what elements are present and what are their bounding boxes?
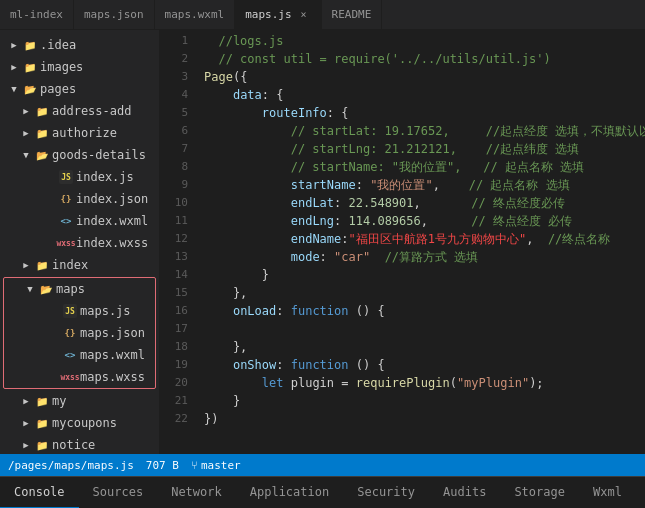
sidebar-item-maps-wxml[interactable]: ▶ <> maps.wxml <box>4 344 155 366</box>
folder-open-icon: 📂 <box>39 282 53 296</box>
git-branch-status: ⑂ master <box>191 459 241 472</box>
sidebar-item-maps-wxss[interactable]: ▶ wxss maps.wxss <box>4 366 155 388</box>
code-line-12: endName:"福田区中航路1号九方购物中心", //终点名称 <box>204 230 645 248</box>
sidebar-item-my[interactable]: ▶ 📁 my <box>0 390 159 412</box>
devtools-tab-wxml[interactable]: Wxml <box>579 477 636 509</box>
devtools-tab-application[interactable]: Application <box>236 477 343 509</box>
sidebar-item-label: maps.json <box>80 326 145 340</box>
devtools-tab-label: Security <box>357 485 415 499</box>
folder-open-icon: 📂 <box>35 148 49 162</box>
code-area: 1 2 3 4 5 6 7 8 9 10 11 12 13 14 15 16 1… <box>160 30 645 454</box>
xml-file-icon: <> <box>59 214 73 228</box>
collapse-icon: ▶ <box>20 127 32 139</box>
file-path-status: /pages/maps/maps.js <box>8 459 134 472</box>
folder-icon: 📁 <box>35 104 49 118</box>
code-line-10: endLat: 22.548901, // 终点经度必传 <box>204 194 645 212</box>
devtools-tab-security[interactable]: Security <box>343 477 429 509</box>
tab-maps-json[interactable]: maps.json <box>74 0 155 30</box>
code-line-13: mode: "car" //算路方式 选填 <box>204 248 645 266</box>
code-line-17 <box>204 320 645 338</box>
tab-label: README <box>332 8 372 21</box>
sidebar-item-maps-js[interactable]: ▶ JS maps.js <box>4 300 155 322</box>
file-size-status: 707 B <box>146 459 179 472</box>
sidebar-item-label: pages <box>40 82 76 96</box>
sidebar-item-notice[interactable]: ▶ 📁 notice <box>0 434 159 454</box>
code-line-16: onLoad: function () { <box>204 302 645 320</box>
code-line-4: data: { <box>204 86 645 104</box>
status-bar: /pages/maps/maps.js 707 B ⑂ master <box>0 454 645 476</box>
collapse-icon: ▼ <box>24 283 36 295</box>
sidebar-item-index[interactable]: ▶ 📁 index <box>0 254 159 276</box>
sidebar-item-label: index.wxml <box>76 214 148 228</box>
sidebar-item-images[interactable]: ▶ 📁 images <box>0 56 159 78</box>
sidebar-item-label: maps.js <box>80 304 131 318</box>
code-line-20: let plugin = requirePlugin("myPlugin"); <box>204 374 645 392</box>
close-tab-button[interactable]: × <box>297 8 311 22</box>
tab-ml-index[interactable]: ml-index <box>0 0 74 30</box>
devtools-tab-storage[interactable]: Storage <box>500 477 579 509</box>
collapse-icon: ▶ <box>20 259 32 271</box>
code-line-8: // startName: "我的位置", // 起点名称 选填 <box>204 158 645 176</box>
sidebar-item-label: address-add <box>52 104 131 118</box>
devtools-bar: Console Sources Network Application Secu… <box>0 476 645 508</box>
folder-icon: 📁 <box>35 394 49 408</box>
tab-maps-wxml[interactable]: maps.wxml <box>155 0 236 30</box>
sidebar-item-gd-index-wxss[interactable]: ▶ wxss index.wxss <box>0 232 159 254</box>
devtools-tab-audits[interactable]: Audits <box>429 477 500 509</box>
code-line-22: }) <box>204 410 645 428</box>
collapse-icon: ▼ <box>20 149 32 161</box>
code-line-2: // const util = require('../../utils/uti… <box>204 50 645 68</box>
sidebar-item-gd-index-js[interactable]: ▶ JS index.js <box>0 166 159 188</box>
sidebar-item-maps[interactable]: ▼ 📂 maps <box>4 278 155 300</box>
code-line-1: //logs.js <box>204 32 645 50</box>
sidebar-item-label: goods-details <box>52 148 146 162</box>
devtools-tab-sources[interactable]: Sources <box>79 477 158 509</box>
sidebar-item-label: index.wxss <box>76 236 148 250</box>
devtools-tab-console[interactable]: Console <box>0 477 79 509</box>
line-numbers: 1 2 3 4 5 6 7 8 9 10 11 12 13 14 15 16 1… <box>160 30 196 454</box>
code-editor[interactable]: 1 2 3 4 5 6 7 8 9 10 11 12 13 14 15 16 1… <box>160 30 645 454</box>
sidebar-item-label: .idea <box>40 38 76 52</box>
xml-file-icon: <> <box>63 348 77 362</box>
folder-open-icon: 📂 <box>23 82 37 96</box>
git-icon: ⑂ <box>191 459 198 472</box>
sidebar-item-gd-index-json[interactable]: ▶ {} index.json <box>0 188 159 210</box>
tab-maps-js[interactable]: maps.js × <box>235 0 321 30</box>
code-line-19: onShow: function () { <box>204 356 645 374</box>
folder-icon: 📁 <box>35 438 49 452</box>
sidebar-item-authorize[interactable]: ▶ 📁 authorize <box>0 122 159 144</box>
collapse-icon: ▼ <box>8 83 20 95</box>
folder-icon: 📁 <box>35 258 49 272</box>
devtools-more-button[interactable]: » <box>636 485 645 501</box>
devtools-tab-label: Console <box>14 485 65 499</box>
code-line-11: endLng: 114.089656, // 终点经度 必传 <box>204 212 645 230</box>
sidebar-item-label: index.js <box>76 170 134 184</box>
maps-folder-group: ▼ 📂 maps ▶ JS maps.js ▶ {} maps.json ▶ <… <box>3 277 156 389</box>
file-size-text: 707 B <box>146 459 179 472</box>
code-lines: //logs.js // const util = require('../..… <box>196 30 645 454</box>
js-file-icon: JS <box>63 304 77 318</box>
sidebar-item-idea[interactable]: ▶ 📁 .idea <box>0 34 159 56</box>
code-line-9: startName: "我的位置", // 起点名称 选填 <box>204 176 645 194</box>
collapse-icon: ▶ <box>20 105 32 117</box>
sidebar-item-pages[interactable]: ▼ 📂 pages <box>0 78 159 100</box>
code-line-5: routeInfo: { <box>204 104 645 122</box>
tab-readme[interactable]: README <box>322 0 383 30</box>
main-area: ▶ 📁 .idea ▶ 📁 images ▼ 📂 pages ▶ 📁 addre… <box>0 30 645 454</box>
devtools-tab-label: Audits <box>443 485 486 499</box>
devtools-tab-label: Sources <box>93 485 144 499</box>
sidebar-item-gd-index-wxml[interactable]: ▶ <> index.wxml <box>0 210 159 232</box>
sidebar-item-mycoupons[interactable]: ▶ 📁 mycoupons <box>0 412 159 434</box>
collapse-icon: ▶ <box>8 61 20 73</box>
devtools-tab-network[interactable]: Network <box>157 477 236 509</box>
sidebar-item-goods-details[interactable]: ▼ 📂 goods-details <box>0 144 159 166</box>
sidebar-item-maps-json[interactable]: ▶ {} maps.json <box>4 322 155 344</box>
sidebar-item-label: index <box>52 258 88 272</box>
json-file-icon: {} <box>59 192 73 206</box>
tab-label: ml-index <box>10 8 63 21</box>
folder-icon: 📁 <box>23 38 37 52</box>
devtools-tab-label: Storage <box>514 485 565 499</box>
sidebar-item-label: notice <box>52 438 95 452</box>
tab-label: maps.json <box>84 8 144 21</box>
sidebar-item-address-add[interactable]: ▶ 📁 address-add <box>0 100 159 122</box>
